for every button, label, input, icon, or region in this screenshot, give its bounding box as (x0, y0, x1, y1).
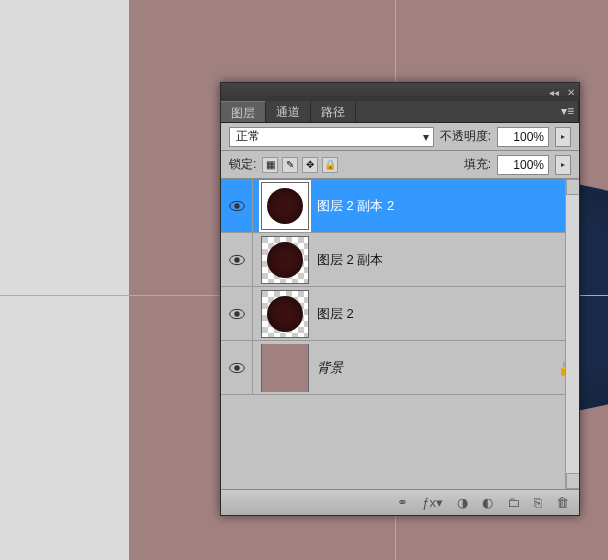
opacity-label: 不透明度: (440, 128, 491, 145)
visibility-toggle[interactable] (221, 233, 253, 286)
panel-close-icon[interactable]: ✕ (567, 87, 575, 98)
scrollbar[interactable] (565, 179, 579, 489)
panel-footer: ⚭ ƒx▾ ◑ ◐ 🗀 ⎘ 🗑 (221, 489, 579, 515)
fx-icon[interactable]: ƒx▾ (422, 495, 443, 510)
panel-header: ◂◂ ✕ (221, 83, 579, 101)
panel-collapse-icon[interactable]: ◂◂ (549, 87, 559, 98)
lock-transparent-icon[interactable]: ▦ (262, 157, 278, 173)
lock-all-icon[interactable]: 🔒 (322, 157, 338, 173)
panel-menu-icon[interactable]: ▾≡ (557, 101, 579, 122)
layer-name[interactable]: 图层 2 副本 (317, 251, 579, 269)
opacity-flyout-icon[interactable]: ▸ (555, 127, 571, 147)
layer-row[interactable]: 图层 2 (221, 287, 579, 341)
svg-point-7 (234, 365, 239, 370)
visibility-toggle[interactable] (221, 341, 253, 394)
layer-thumbnail[interactable] (261, 290, 309, 338)
mask-icon[interactable]: ◑ (457, 495, 468, 510)
panel-tabs: 图层 通道 路径 ▾≡ (221, 101, 579, 123)
group-icon[interactable]: 🗀 (507, 495, 520, 510)
svg-point-5 (234, 311, 239, 316)
eye-icon (229, 254, 245, 266)
layer-list: 图层 2 副本 2 图层 2 副本 图层 2 背景 🔒 (221, 179, 579, 489)
layer-thumbnail[interactable] (261, 182, 309, 230)
adjustment-icon[interactable]: ◐ (482, 495, 493, 510)
lock-label: 锁定: (229, 156, 256, 173)
eye-icon (229, 362, 245, 374)
delete-icon[interactable]: 🗑 (556, 495, 569, 510)
layer-row[interactable]: 图层 2 副本 2 (221, 179, 579, 233)
layer-name[interactable]: 图层 2 (317, 305, 579, 323)
visibility-toggle[interactable] (221, 287, 253, 340)
layer-row[interactable]: 背景 🔒 (221, 341, 579, 395)
eye-icon (229, 200, 245, 212)
opacity-input[interactable]: 100% (497, 127, 549, 147)
fill-label: 填充: (464, 156, 491, 173)
link-layers-icon[interactable]: ⚭ (397, 495, 408, 510)
lock-paint-icon[interactable]: ✎ (282, 157, 298, 173)
visibility-toggle[interactable] (221, 179, 253, 232)
fill-flyout-icon[interactable]: ▸ (555, 155, 571, 175)
layer-name[interactable]: 背景 (317, 359, 555, 377)
fill-input[interactable]: 100% (497, 155, 549, 175)
lock-icons: ▦ ✎ ✥ 🔒 (262, 157, 338, 173)
lock-row: 锁定: ▦ ✎ ✥ 🔒 填充: 100% ▸ (221, 151, 579, 179)
blend-mode-value: 正常 (236, 128, 260, 145)
tab-layers[interactable]: 图层 (221, 101, 266, 122)
layers-panel: ◂◂ ✕ 图层 通道 路径 ▾≡ 正常 不透明度: 100% ▸ 锁定: ▦ ✎… (220, 82, 580, 516)
layer-name[interactable]: 图层 2 副本 2 (317, 197, 579, 215)
lock-move-icon[interactable]: ✥ (302, 157, 318, 173)
layer-thumbnail[interactable] (261, 344, 309, 392)
layer-thumbnail[interactable] (261, 236, 309, 284)
blend-row: 正常 不透明度: 100% ▸ (221, 123, 579, 151)
svg-point-3 (234, 257, 239, 262)
tab-paths[interactable]: 路径 (311, 101, 356, 122)
tab-channels[interactable]: 通道 (266, 101, 311, 122)
new-layer-icon[interactable]: ⎘ (534, 495, 542, 510)
layer-row[interactable]: 图层 2 副本 (221, 233, 579, 287)
eye-icon (229, 308, 245, 320)
tabs-spacer (356, 101, 557, 122)
blend-mode-select[interactable]: 正常 (229, 127, 434, 147)
svg-point-1 (234, 203, 239, 208)
